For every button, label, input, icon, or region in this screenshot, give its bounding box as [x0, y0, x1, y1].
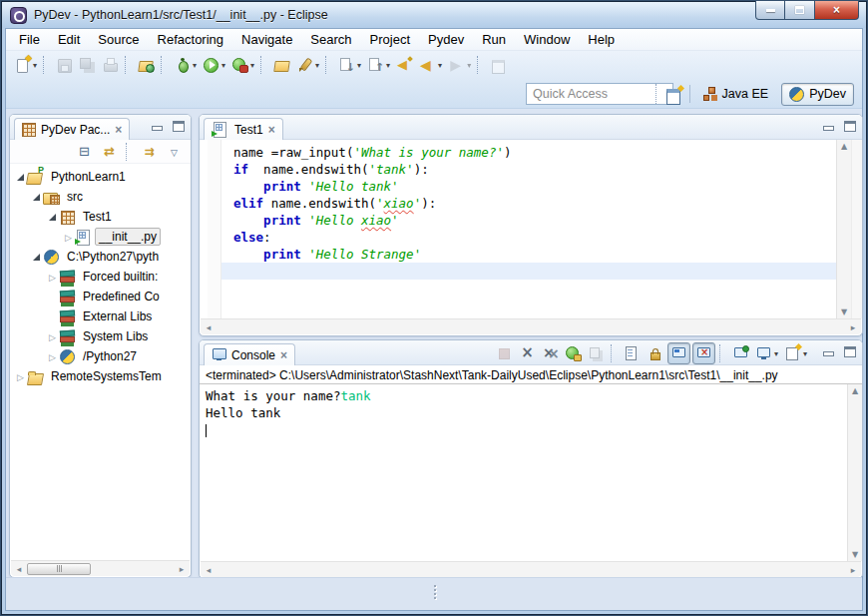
tree-item-remotesystemstem[interactable]: ▷RemoteSystemsTem [10, 366, 191, 386]
code-line[interactable]: elif name.endswith('xiao'): [221, 195, 836, 212]
previous-annotation-button[interactable]: ▾ [365, 55, 392, 75]
tree-item-system-libs[interactable]: ▷System Libs [10, 326, 191, 346]
tree-item-src[interactable]: src [10, 187, 191, 207]
debug-button[interactable]: ▾ [172, 55, 199, 75]
menu-item-pydev[interactable]: Pydev [419, 29, 473, 50]
tab-console[interactable]: Console × [204, 343, 295, 365]
menu-item-source[interactable]: Source [89, 29, 148, 50]
minimize-button[interactable] [755, 1, 785, 20]
dropdown-arrow-icon[interactable]: ▾ [221, 61, 225, 70]
open-perspective-button[interactable] [665, 86, 683, 102]
menu-item-navigate[interactable]: Navigate [232, 29, 301, 50]
sash-grip[interactable] [434, 585, 436, 599]
clear-console-button[interactable] [622, 343, 643, 363]
scroll-right-icon[interactable]: ▸ [845, 565, 861, 575]
tree-item-pythonlearn1[interactable]: PythonLearn1 [10, 167, 191, 187]
menu-item-search[interactable]: Search [301, 29, 360, 50]
collapse-icon[interactable] [14, 170, 27, 184]
collapse-icon[interactable] [30, 190, 43, 204]
editor-hscrollbar[interactable]: ◂ ▸ [201, 318, 861, 334]
close-icon[interactable]: × [268, 124, 275, 136]
code-line[interactable]: if name.endswith('tank'): [221, 161, 836, 178]
expand-icon[interactable]: ▷ [46, 349, 59, 363]
save-button[interactable] [54, 55, 75, 75]
menu-item-file[interactable]: File [10, 29, 49, 50]
collapse-icon[interactable] [46, 210, 59, 224]
menu-item-refactoring[interactable]: Refactoring [149, 29, 232, 50]
scroll-left-icon[interactable]: ◂ [201, 322, 217, 332]
explorer-hscrollbar[interactable]: ◂ ▸ [11, 560, 190, 576]
code-line[interactable]: name =raw_input('What is your name?') [221, 144, 836, 161]
show-stderr-when-changed-button[interactable] [692, 342, 715, 364]
terminate-button[interactable] [494, 343, 515, 363]
expand-icon[interactable]: ▷ [46, 270, 59, 284]
quick-access-input[interactable] [526, 83, 673, 105]
scroll-left-icon[interactable]: ◂ [201, 565, 217, 575]
customize-view-button[interactable] [139, 142, 160, 162]
display-console-button[interactable]: ▾ [753, 343, 780, 363]
code-line[interactable]: print 'Hello xiao' [221, 212, 836, 229]
expand-icon[interactable]: ▷ [62, 230, 75, 244]
close-icon[interactable]: × [280, 349, 287, 361]
dropdown-arrow-icon[interactable]: ▾ [774, 349, 778, 358]
open-console-button[interactable]: ▾ [782, 343, 809, 363]
collapse-icon[interactable] [30, 250, 43, 264]
new-editor-window-button[interactable] [488, 55, 509, 75]
scrollbar-thumb[interactable] [27, 563, 91, 575]
view-menu-button[interactable] [164, 142, 185, 162]
dropdown-arrow-icon[interactable]: ▾ [386, 61, 390, 70]
menu-item-help[interactable]: Help [579, 29, 624, 50]
open-resource-button[interactable] [271, 55, 292, 75]
menu-item-run[interactable]: Run [473, 29, 515, 50]
forward-button[interactable]: ▾ [446, 55, 473, 75]
editor-vscrollbar[interactable]: ▲ ▼ [836, 140, 851, 318]
console-hscrollbar[interactable]: ◂ ▸ [201, 561, 861, 577]
remove-launch-button[interactable] [517, 343, 538, 363]
back-button[interactable]: ▾ [417, 55, 444, 75]
minimize-view-button[interactable] [152, 126, 163, 131]
collapse-all-button[interactable] [74, 142, 95, 162]
dropdown-arrow-icon[interactable]: ▾ [467, 61, 471, 70]
coverage-button[interactable]: ▾ [229, 55, 256, 75]
expand-icon[interactable]: ▷ [14, 369, 27, 383]
scroll-down-icon[interactable]: ▼ [837, 308, 851, 316]
show-stdout-when-changed-button[interactable] [667, 342, 690, 364]
maximize-view-button[interactable] [844, 346, 856, 357]
tree-item-test1[interactable]: Test1 [10, 207, 191, 227]
relaunch-button[interactable] [563, 343, 584, 363]
scroll-lock-button[interactable] [645, 343, 665, 363]
tree-item-predefined-co[interactable]: Predefined Co [10, 287, 191, 307]
tree-item-python27[interactable]: ▷/Python27 [10, 346, 191, 366]
scroll-up-icon[interactable]: ▲ [837, 142, 851, 151]
menu-item-window[interactable]: Window [515, 29, 579, 50]
print-button[interactable] [100, 55, 121, 75]
tree-item-c-python27-pyth[interactable]: C:\Python27\pyth [10, 247, 191, 267]
run-button[interactable]: ▾ [201, 55, 227, 75]
dropdown-arrow-icon[interactable]: ▾ [438, 61, 442, 70]
scroll-down-icon[interactable]: ▼ [848, 550, 862, 559]
next-annotation-button[interactable]: ▾ [336, 55, 363, 75]
menu-item-project[interactable]: Project [361, 29, 419, 50]
menu-item-edit[interactable]: Edit [49, 29, 89, 50]
maximize-view-button[interactable] [844, 121, 856, 132]
last-edit-location-button[interactable] [394, 55, 415, 75]
maximize-button[interactable] [785, 1, 814, 20]
dropdown-arrow-icon[interactable]: ▾ [803, 349, 807, 358]
code-line[interactable]: print 'Hello Strange' [221, 246, 836, 263]
close-button[interactable]: × [814, 1, 859, 20]
save-all-button[interactable] [77, 55, 98, 75]
minimize-view-button[interactable] [823, 351, 834, 356]
tree-item-external-libs[interactable]: External Libs [10, 307, 191, 326]
perspective-pydev[interactable]: PyDev [781, 83, 854, 106]
remove-all-terminated-button[interactable] [540, 343, 561, 363]
dropdown-arrow-icon[interactable]: ▾ [33, 61, 37, 70]
dropdown-arrow-icon[interactable]: ▾ [315, 61, 319, 70]
duplicate-console-button[interactable] [586, 343, 607, 363]
dropdown-arrow-icon[interactable]: ▾ [357, 61, 361, 70]
tab-pydev-package-explorer[interactable]: PyDev Pac... × [14, 118, 130, 140]
expand-icon[interactable]: ▷ [46, 329, 59, 343]
new-button[interactable]: ▾ [12, 55, 39, 75]
scroll-left-icon[interactable]: ◂ [11, 564, 27, 574]
dropdown-arrow-icon[interactable]: ▾ [193, 61, 197, 70]
scroll-right-icon[interactable]: ▸ [845, 322, 861, 332]
